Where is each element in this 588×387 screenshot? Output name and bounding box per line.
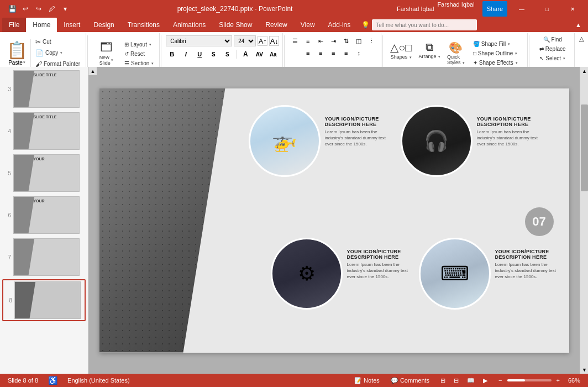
notes-button[interactable]: 📝 Notes bbox=[351, 376, 383, 385]
tab-home[interactable]: Home bbox=[26, 18, 57, 32]
section-button[interactable]: ☰ Section ▾ bbox=[122, 59, 156, 67]
shape-outline-button[interactable]: □ Shape Outline ▾ bbox=[471, 49, 520, 57]
tab-file[interactable]: File bbox=[2, 18, 26, 32]
text-direction-button[interactable]: ⇅ bbox=[340, 35, 352, 46]
select-button[interactable]: ↖ Select ▾ bbox=[537, 54, 568, 62]
normal-view-btn[interactable]: ⊞ bbox=[437, 376, 449, 385]
tab-review[interactable]: Review bbox=[259, 18, 293, 32]
accessibility-icon[interactable]: ♿ bbox=[48, 376, 57, 385]
undo-icon[interactable]: ↩ bbox=[20, 3, 31, 14]
redo-icon[interactable]: ↪ bbox=[33, 3, 44, 14]
align-left-button[interactable]: ≡ bbox=[302, 48, 314, 59]
tab-slideshow[interactable]: Slide Show bbox=[212, 18, 259, 32]
shape-fill-button[interactable]: 🪣 Shape Fill ▾ bbox=[471, 40, 520, 48]
font-name-select[interactable]: Calibri bbox=[166, 35, 232, 46]
content-text-2: YOUR ICON/PICTURE DESCRIPTION HERE Lorem… bbox=[477, 105, 543, 148]
metal-image: ⚙ bbox=[271, 238, 343, 310]
font-divider bbox=[236, 50, 237, 59]
shapes-button[interactable]: △○□ Shapes ▾ bbox=[387, 39, 414, 67]
reading-view-btn[interactable]: 📖 bbox=[464, 376, 478, 385]
ribbon-expand[interactable]: ▲ bbox=[571, 18, 586, 32]
replace-button[interactable]: ⇄ Replace bbox=[537, 45, 568, 53]
slide-thumbnail-3[interactable]: 3 SLIDE TITLE bbox=[2, 69, 86, 109]
align-right-button[interactable]: ≡ bbox=[327, 48, 339, 59]
tell-me-input[interactable] bbox=[372, 19, 477, 30]
align-buttons: ≡ ≡ ≡ ≡ ↕ bbox=[302, 48, 365, 59]
scroll-up[interactable]: ▲ bbox=[580, 67, 588, 75]
scroll-track[interactable] bbox=[580, 75, 588, 365]
shadow-button[interactable]: S bbox=[221, 49, 233, 60]
dropdown-icon[interactable]: ▾ bbox=[60, 3, 71, 14]
keyboard-image: ⌨ bbox=[419, 238, 491, 310]
change-case-button[interactable]: Aa bbox=[267, 49, 279, 60]
convert-smartart-button[interactable]: ◫ bbox=[353, 35, 365, 46]
scroll-down[interactable]: ▼ bbox=[580, 365, 588, 374]
user-name[interactable]: Farshad Iqbal bbox=[397, 1, 434, 17]
slide-sorter-btn[interactable]: ⊟ bbox=[450, 376, 462, 385]
slide-img-6: YOUR bbox=[13, 196, 80, 234]
find-button[interactable]: 🔍 Find bbox=[541, 35, 564, 44]
window-controls: Farshad Iqbal Farshad Iqbal Share — □ ✕ bbox=[397, 1, 584, 17]
arrange-button[interactable]: ⧉ Arrange ▾ bbox=[416, 39, 443, 67]
justify-button[interactable]: ≡ bbox=[340, 48, 352, 59]
align-center-button[interactable]: ≡ bbox=[314, 48, 327, 59]
comments-button[interactable]: 💬 Comments bbox=[387, 376, 433, 385]
numbered-list-button[interactable]: ≡ bbox=[302, 35, 314, 46]
char-spacing-button[interactable]: AV bbox=[253, 49, 265, 60]
new-slide-button[interactable]: 🗔 NewSlide▾ bbox=[92, 39, 120, 67]
language[interactable]: English (United States) bbox=[64, 376, 133, 385]
columns-button[interactable]: ⋮ bbox=[365, 35, 377, 46]
bold-button[interactable]: B bbox=[166, 49, 178, 60]
slide-canvas[interactable]: 07 🚁 YOUR ICON/PICTURE DESCRIPTION HERE … bbox=[88, 67, 580, 374]
tab-design[interactable]: Design bbox=[87, 18, 120, 32]
zoom-slider[interactable] bbox=[507, 379, 552, 381]
reset-button[interactable]: ↺ Reset bbox=[122, 50, 156, 58]
font-color-button[interactable]: A bbox=[239, 49, 251, 60]
slide-img-3: SLIDE TITLE bbox=[13, 70, 80, 108]
save-icon[interactable]: 💾 bbox=[7, 3, 18, 14]
tab-addins[interactable]: Add-ins bbox=[322, 18, 358, 32]
slide-thumbnail-4[interactable]: 4 SLIDE TITLE bbox=[2, 111, 86, 151]
headphones-image: 🎧 bbox=[401, 105, 473, 177]
paste-button[interactable]: 📋 Paste▾ bbox=[3, 39, 31, 67]
vertical-scrollbar[interactable]: ▲ ▼ bbox=[580, 67, 588, 374]
italic-button[interactable]: I bbox=[180, 49, 192, 60]
share-button[interactable]: Share bbox=[482, 1, 507, 17]
line-spacing-button[interactable]: ↕ bbox=[353, 48, 365, 59]
slide-thumbnail-6[interactable]: 6 YOUR bbox=[2, 195, 86, 235]
shape-effects-button[interactable]: ✦ Shape Effects ▾ bbox=[471, 59, 520, 67]
layout-button[interactable]: ⊞ Layout ▾ bbox=[122, 40, 156, 49]
status-bar-right: 📝 Notes 💬 Comments ⊞ ⊟ 📖 ▶ − + 66% bbox=[351, 376, 584, 385]
slide-thumbnail-7[interactable]: 7 bbox=[2, 237, 86, 277]
font-decrease-btn[interactable]: A↓ bbox=[269, 36, 279, 46]
slide-img-8 bbox=[14, 281, 81, 319]
strikethrough-button[interactable]: S bbox=[207, 49, 219, 60]
close-button[interactable]: ✕ bbox=[561, 1, 584, 17]
content-block-2: 🎧 YOUR ICON/PICTURE DESCRIPTION HERE Lor… bbox=[401, 105, 543, 177]
decrease-indent-button[interactable]: ⇤ bbox=[314, 35, 327, 46]
zoom-level[interactable]: 66% bbox=[565, 376, 584, 385]
tab-view[interactable]: View bbox=[294, 18, 322, 32]
slide-thumbnail-8[interactable]: 8 bbox=[2, 279, 86, 321]
bullet-list-button[interactable]: ☰ bbox=[289, 35, 301, 46]
cut-button[interactable]: ✂ Cut bbox=[33, 37, 82, 47]
font-size-select[interactable]: 24 bbox=[234, 35, 256, 46]
font-increase-btn[interactable]: A↑ bbox=[258, 36, 267, 46]
tab-animations[interactable]: Animations bbox=[166, 18, 212, 32]
quick-styles-button[interactable]: 🎨 QuickStyles ▾ bbox=[444, 39, 468, 67]
zoom-in-btn[interactable]: + bbox=[553, 376, 563, 385]
scroll-thumb[interactable] bbox=[581, 104, 588, 192]
increase-indent-button[interactable]: ⇥ bbox=[327, 35, 339, 46]
tab-transitions[interactable]: Transitions bbox=[121, 18, 166, 32]
underline-button[interactable]: U bbox=[193, 49, 206, 60]
zoom-out-btn[interactable]: − bbox=[495, 376, 505, 385]
minimize-button[interactable]: — bbox=[511, 1, 533, 17]
maximize-button[interactable]: □ bbox=[536, 1, 558, 17]
slide-thumbnail-5[interactable]: 5 YOUR bbox=[2, 153, 86, 193]
scroll-up-arrow[interactable]: ▲ bbox=[88, 67, 97, 75]
zoom-slider-fill bbox=[507, 379, 525, 381]
slideshow-btn[interactable]: ▶ bbox=[480, 376, 491, 385]
copy-button[interactable]: 📄 Copy▾ bbox=[33, 48, 82, 58]
tab-insert[interactable]: Insert bbox=[57, 18, 87, 32]
customize-icon[interactable]: 🖊 bbox=[46, 3, 57, 14]
